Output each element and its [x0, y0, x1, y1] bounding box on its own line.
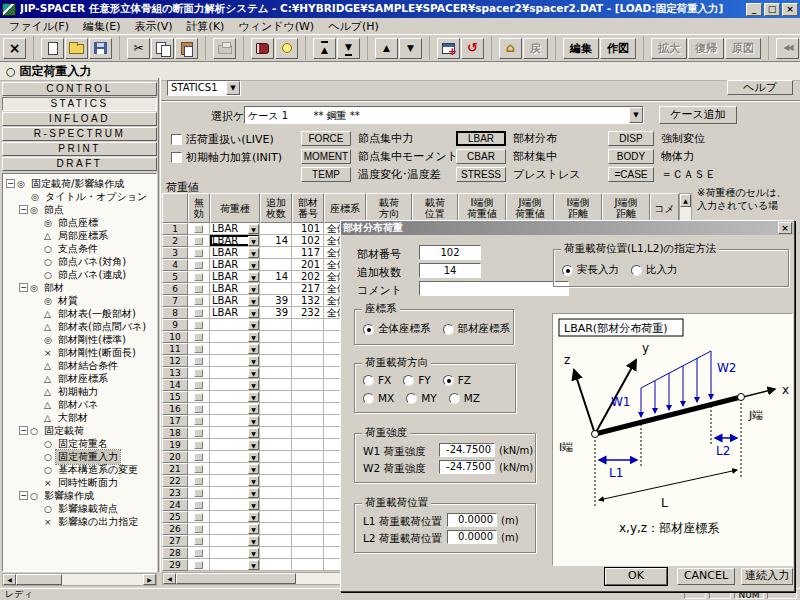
- chevron-down-icon[interactable]: ▼: [248, 464, 259, 474]
- load-type-cell[interactable]: LBAR▼: [210, 247, 260, 259]
- tree-item[interactable]: ○支点条件: [3, 242, 156, 255]
- row-number[interactable]: 15: [162, 391, 188, 403]
- load-type-button-moment[interactable]: MOMENT: [301, 149, 351, 164]
- disable-cell[interactable]: [188, 271, 210, 283]
- grid-cell[interactable]: 39: [260, 307, 292, 319]
- grid-cell[interactable]: [260, 439, 292, 451]
- chevron-down-icon[interactable]: ▼: [248, 272, 259, 282]
- init-axial-checkbox[interactable]: 初期軸力加算(INIT): [171, 150, 282, 165]
- chevron-down-icon[interactable]: ▼: [248, 248, 259, 258]
- tree-item[interactable]: ◎タイトル・オプション: [3, 190, 156, 203]
- tree-expander-icon[interactable]: −: [19, 491, 28, 500]
- scroll-right-icon[interactable]: ▶: [143, 574, 156, 585]
- load-type-cell[interactable]: LBAR▼: [210, 295, 260, 307]
- ok-button[interactable]: OK: [605, 568, 667, 585]
- chevron-down-icon[interactable]: ▼: [248, 380, 259, 390]
- move-bottom-icon[interactable]: ▼: [337, 38, 360, 59]
- row-number[interactable]: 29: [162, 559, 188, 571]
- chevron-down-icon[interactable]: ▼: [248, 488, 259, 498]
- window-add-icon[interactable]: [437, 38, 460, 59]
- chevron-down-icon[interactable]: ▼: [248, 428, 259, 438]
- help-button[interactable]: ヘルプ: [727, 80, 793, 95]
- row-number[interactable]: 24: [162, 499, 188, 511]
- grid-cell[interactable]: [260, 247, 292, 259]
- live-load-checkbox[interactable]: 活荷重扱い(LIVE): [171, 132, 274, 147]
- member-no-field[interactable]: 102: [419, 245, 481, 260]
- grid-cell[interactable]: [260, 403, 292, 415]
- move-top-icon[interactable]: ▲: [313, 38, 336, 59]
- cancel-button[interactable]: CANCEL: [677, 568, 735, 585]
- tree-item[interactable]: −◎節点: [3, 203, 156, 216]
- load-type-cell[interactable]: ▼: [210, 559, 260, 571]
- disable-cell[interactable]: [188, 511, 210, 523]
- coord-system-radio[interactable]: 全体座標系: [363, 322, 431, 336]
- undo-icon[interactable]: ↺: [461, 38, 484, 59]
- row-number[interactable]: 13: [162, 367, 188, 379]
- grid-cell[interactable]: 14: [260, 235, 292, 247]
- chevron-down-icon[interactable]: ▼: [248, 236, 259, 246]
- tree-item[interactable]: △部材結合条件: [3, 359, 156, 372]
- chevron-down-icon[interactable]: ▼: [248, 524, 259, 534]
- load-type-cell[interactable]: ▼: [210, 343, 260, 355]
- load-type-cell[interactable]: ▼: [210, 487, 260, 499]
- grid-cell[interactable]: [292, 343, 324, 355]
- grid-cell[interactable]: [292, 391, 324, 403]
- grid-cell[interactable]: [260, 559, 292, 571]
- paste-icon[interactable]: [175, 38, 198, 59]
- load-type-cell[interactable]: ▼: [210, 331, 260, 343]
- scroll-left-icon[interactable]: ◀: [163, 573, 176, 584]
- row-number[interactable]: 26: [162, 523, 188, 535]
- tree-item[interactable]: △局部座標系: [3, 229, 156, 242]
- chevron-down-icon[interactable]: ▼: [248, 404, 259, 414]
- grid-cell[interactable]: [292, 523, 324, 535]
- load-type-button-cbar[interactable]: CBAR: [456, 149, 506, 164]
- disable-cell[interactable]: [188, 223, 210, 235]
- l1-field[interactable]: 0.0000: [447, 513, 497, 527]
- grid-cell[interactable]: 14: [260, 271, 292, 283]
- row-number[interactable]: 9: [162, 319, 188, 331]
- load-type-button-temp[interactable]: TEMP: [301, 167, 351, 182]
- w2-field[interactable]: -24.7500: [439, 460, 495, 474]
- load-type-cell[interactable]: ▼: [210, 427, 260, 439]
- tree-item[interactable]: ○影響線載荷点: [3, 502, 156, 515]
- disable-cell[interactable]: [188, 487, 210, 499]
- load-type-cell[interactable]: ▼: [210, 367, 260, 379]
- load-type-cell[interactable]: ▼: [210, 355, 260, 367]
- row-number[interactable]: 11: [162, 343, 188, 355]
- tree-item[interactable]: −○固定載荷: [3, 424, 156, 437]
- chevron-down-icon[interactable]: ▼: [248, 368, 259, 378]
- row-number[interactable]: 3: [162, 247, 188, 259]
- grid-cell[interactable]: [260, 487, 292, 499]
- row-number[interactable]: 28: [162, 547, 188, 559]
- disable-cell[interactable]: [188, 391, 210, 403]
- grid-cell[interactable]: [292, 415, 324, 427]
- load-direction-radio[interactable]: FY: [403, 374, 430, 386]
- grid-cell[interactable]: [292, 535, 324, 547]
- move-down-icon[interactable]: ▼: [399, 38, 422, 59]
- load-type-cell[interactable]: ▼: [210, 391, 260, 403]
- tree-item[interactable]: −○影響線作成: [3, 489, 156, 502]
- chevron-down-icon[interactable]: ▼: [248, 356, 259, 366]
- new-document-icon[interactable]: [41, 38, 64, 59]
- load-direction-radio[interactable]: MY: [406, 392, 436, 404]
- grid-cell[interactable]: [292, 487, 324, 499]
- first-icon[interactable]: ◀◀: [776, 38, 799, 59]
- load-type-cell[interactable]: ▼: [210, 535, 260, 547]
- case-select[interactable]: ケース 1 ** 鋼重 ** ▼: [244, 106, 644, 124]
- w1-field[interactable]: -24.7500: [439, 443, 495, 457]
- tree-item[interactable]: −◎固定載荷/影響線作成: [3, 177, 156, 190]
- tree-item[interactable]: △部材座標系: [3, 372, 156, 385]
- close-button[interactable]: ×: [782, 3, 798, 16]
- disable-cell[interactable]: [188, 307, 210, 319]
- tree-item[interactable]: ×影響線の出力指定: [3, 515, 156, 528]
- disable-cell[interactable]: [188, 403, 210, 415]
- menu-item[interactable]: ファイル(F): [2, 18, 76, 35]
- row-number[interactable]: 25: [162, 511, 188, 523]
- row-number[interactable]: 16: [162, 403, 188, 415]
- grid-cell[interactable]: [260, 367, 292, 379]
- chevron-down-icon[interactable]: ▼: [248, 392, 259, 402]
- load-type-button-case[interactable]: =CASE: [608, 167, 654, 182]
- load-type-cell[interactable]: ▼: [210, 523, 260, 535]
- row-number[interactable]: 22: [162, 475, 188, 487]
- row-number[interactable]: 2: [162, 235, 188, 247]
